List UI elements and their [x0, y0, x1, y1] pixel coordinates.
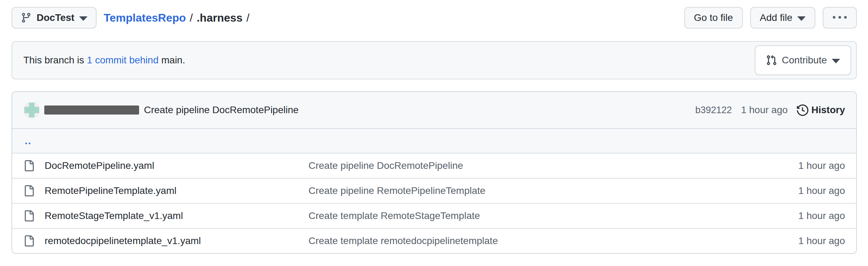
branch-status-prefix: This branch is: [23, 55, 84, 66]
file-commit-time: 1 hour ago: [798, 185, 845, 196]
branch-status-banner: This branch is 1 commit behind main. Con…: [12, 41, 857, 79]
chevron-down-icon: [797, 16, 806, 21]
breadcrumb: TemplatesRepo / .harness /: [104, 11, 253, 24]
git-branch-icon: [21, 12, 32, 23]
file-icon: [23, 210, 35, 221]
commit-time: 1 hour ago: [741, 104, 788, 116]
clock-history-icon: [797, 104, 808, 116]
repo-toolbar: DocTest TemplatesRepo / .harness / Go to…: [12, 7, 857, 29]
go-to-file-button[interactable]: Go to file: [684, 7, 743, 29]
file-name-cell: remotedocpipelinetemplate_v1.yaml: [23, 235, 309, 247]
file-name-link[interactable]: RemoteStageTemplate_v1.yaml: [45, 210, 183, 221]
file-name-link[interactable]: DocRemotePipeline.yaml: [45, 160, 154, 171]
repo-file-browser: DocTest TemplatesRepo / .harness / Go to…: [0, 0, 868, 266]
file-icon: [23, 160, 35, 171]
committer-avatar[interactable]: [23, 102, 40, 118]
file-commit-message[interactable]: Create pipeline RemotePipelineTemplate: [309, 185, 798, 196]
committer-name-redacted: [44, 105, 139, 115]
more-options-button[interactable]: [823, 7, 857, 29]
table-row[interactable]: DocRemotePipeline.yaml Create pipeline D…: [12, 153, 856, 178]
breadcrumb-repo-link[interactable]: TemplatesRepo: [104, 11, 186, 24]
commit-sha-link[interactable]: b392122: [695, 105, 732, 116]
chevron-down-icon: [832, 59, 840, 63]
file-commit-time: 1 hour ago: [798, 235, 845, 247]
file-name-cell: RemoteStageTemplate_v1.yaml: [23, 210, 309, 221]
history-button[interactable]: History: [797, 104, 845, 116]
table-row[interactable]: remotedocpipelinetemplate_v1.yaml Create…: [12, 228, 856, 253]
add-file-label: Add file: [760, 12, 792, 23]
latest-commit-bar: Create pipeline DocRemotePipeline b39212…: [12, 92, 856, 128]
file-commit-message[interactable]: Create template RemoteStageTemplate: [309, 210, 798, 221]
file-name-link[interactable]: remotedocpipelinetemplate_v1.yaml: [45, 235, 201, 247]
file-listing: Create pipeline DocRemotePipeline b39212…: [12, 91, 857, 254]
history-label: History: [812, 104, 845, 116]
file-name-cell: DocRemotePipeline.yaml: [23, 160, 309, 171]
breadcrumb-separator: /: [246, 11, 250, 24]
branch-status-text: This branch is 1 commit behind main.: [23, 55, 185, 66]
breadcrumb-folder: .harness: [197, 11, 243, 24]
table-row[interactable]: RemotePipelineTemplate.yaml Create pipel…: [12, 178, 856, 203]
git-pull-request-icon: [766, 55, 777, 66]
file-name-link[interactable]: RemotePipelineTemplate.yaml: [45, 185, 176, 196]
branch-status-suffix: main.: [161, 55, 185, 66]
file-commit-time: 1 hour ago: [798, 210, 845, 221]
branch-name-label: DocTest: [37, 12, 74, 23]
kebab-horizontal-icon: [833, 11, 847, 25]
add-file-button[interactable]: Add file: [750, 7, 815, 29]
parent-directory-row[interactable]: ..: [12, 128, 856, 153]
latest-commit-message[interactable]: Create pipeline DocRemotePipeline: [144, 104, 299, 116]
branch-selector-button[interactable]: DocTest: [12, 7, 97, 29]
file-icon: [23, 185, 35, 196]
breadcrumb-separator: /: [190, 11, 193, 24]
file-icon: [23, 235, 35, 247]
latest-commit-meta: b392122 1 hour ago History: [695, 104, 845, 116]
table-row[interactable]: RemoteStageTemplate_v1.yaml Create templ…: [12, 203, 856, 228]
file-name-cell: RemotePipelineTemplate.yaml: [23, 185, 309, 196]
contribute-label: Contribute: [782, 55, 827, 66]
commits-behind-link[interactable]: 1 commit behind: [87, 55, 158, 66]
parent-directory-link[interactable]: ..: [25, 135, 32, 147]
chevron-down-icon: [79, 16, 87, 21]
contribute-button[interactable]: Contribute: [755, 45, 851, 75]
file-commit-message[interactable]: Create pipeline DocRemotePipeline: [309, 160, 798, 171]
file-commit-time: 1 hour ago: [798, 160, 845, 171]
file-commit-message[interactable]: Create template remotedocpipelinetemplat…: [309, 235, 798, 247]
